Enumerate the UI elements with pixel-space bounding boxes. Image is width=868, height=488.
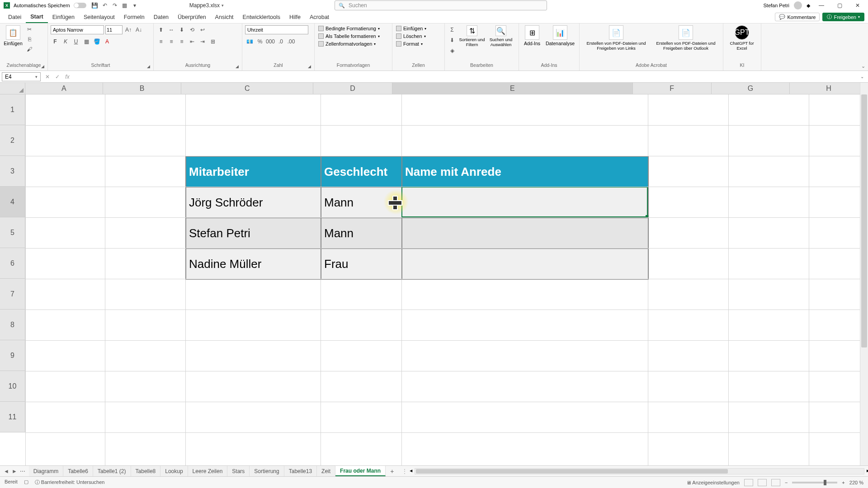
- ribbon-tab-formeln[interactable]: Formeln: [119, 11, 149, 23]
- qat-customize-icon[interactable]: ▾: [131, 2, 138, 9]
- decrease-font-icon[interactable]: A↓: [134, 25, 143, 34]
- sheet-tab[interactable]: Zeit: [317, 466, 335, 476]
- name-box-dropdown-icon[interactable]: ▾: [35, 75, 38, 79]
- accessibility-status[interactable]: ⓘ Barrierefreiheit: Untersuchen: [35, 479, 105, 486]
- macro-record-icon[interactable]: ▢: [24, 479, 28, 486]
- row-header-6[interactable]: 6: [0, 248, 25, 279]
- sheet-tab[interactable]: Tabelle6: [63, 466, 93, 476]
- font-select[interactable]: [51, 25, 104, 34]
- font-color-icon[interactable]: A: [103, 37, 112, 46]
- undo-icon[interactable]: ↶: [101, 2, 108, 9]
- clear-icon[interactable]: ◈: [448, 46, 457, 55]
- redo-icon[interactable]: ↷: [111, 2, 118, 9]
- ribbon-tab-entwicklertools[interactable]: Entwicklertools: [238, 11, 285, 23]
- addins-button[interactable]: ⊞ Add-Ins: [522, 25, 542, 46]
- table-cell[interactable]: Stefan Petri: [186, 218, 321, 249]
- find-select-button[interactable]: 🔍 Suchen und Auswählen: [487, 25, 514, 47]
- normal-view-icon[interactable]: [744, 479, 753, 486]
- sheet-tab[interactable]: Tabelle8: [131, 466, 161, 476]
- table-header[interactable]: Mitarbeiter: [186, 156, 321, 187]
- col-header-B[interactable]: B: [103, 83, 182, 94]
- row-header-4[interactable]: 4: [0, 187, 25, 217]
- table-cell[interactable]: [402, 249, 648, 279]
- sheet-nav-more-icon[interactable]: ⋯: [20, 468, 25, 474]
- page-layout-view-icon[interactable]: [758, 479, 767, 486]
- table-cell[interactable]: Jörg Schröder: [186, 187, 321, 218]
- align-top-icon[interactable]: ⬆: [156, 25, 165, 34]
- formula-input[interactable]: [74, 72, 858, 81]
- orientation-icon[interactable]: ⟲: [188, 25, 197, 34]
- underline-icon[interactable]: U: [71, 37, 80, 46]
- name-box[interactable]: E4 ▾: [2, 72, 41, 81]
- col-header-F[interactable]: F: [633, 83, 712, 94]
- format-cells-button[interactable]: Format▾: [395, 41, 424, 47]
- table-cell[interactable]: [402, 187, 648, 218]
- paste-button[interactable]: 📋 Einfügen: [3, 25, 24, 46]
- zoom-slider[interactable]: [792, 482, 837, 483]
- sheet-tab[interactable]: Stars: [227, 466, 250, 476]
- add-sheet-button[interactable]: +: [386, 468, 398, 475]
- increase-indent-icon[interactable]: ⇥: [198, 37, 207, 46]
- decrease-indent-icon[interactable]: ⇤: [188, 37, 197, 46]
- row-header-8[interactable]: 8: [0, 310, 25, 340]
- font-dialog-launcher[interactable]: ◢: [147, 64, 152, 70]
- insert-cells-button[interactable]: Einfügen▾: [395, 25, 427, 32]
- table-cell[interactable]: Frau: [321, 249, 402, 279]
- ribbon-tab-start[interactable]: Start: [26, 11, 47, 23]
- align-right-icon[interactable]: ≡: [177, 37, 186, 46]
- ribbon-tab-ansicht[interactable]: Ansicht: [211, 11, 238, 23]
- percent-icon[interactable]: %: [255, 37, 264, 46]
- align-left-icon[interactable]: ≡: [156, 37, 165, 46]
- fill-icon[interactable]: ⬇: [448, 36, 457, 45]
- comma-icon[interactable]: 000: [266, 37, 275, 46]
- ribbon-tab-datei[interactable]: Datei: [4, 11, 26, 23]
- horizontal-scrollbar[interactable]: ◄ ►: [415, 468, 864, 474]
- merge-icon[interactable]: ⊞: [208, 37, 217, 46]
- format-as-table-button[interactable]: Als Tabelle formatieren▾: [317, 33, 381, 39]
- display-settings-button[interactable]: 🖥 Anzeigeeinstellungen: [686, 480, 740, 485]
- vscroll-thumb[interactable]: [861, 94, 867, 347]
- row-header-10[interactable]: 10: [0, 371, 25, 402]
- bold-icon[interactable]: F: [51, 37, 60, 46]
- chatgpt-button[interactable]: GPT ChatGPT for Excel: [726, 25, 758, 51]
- col-header-A[interactable]: A: [25, 83, 103, 94]
- sheet-tab[interactable]: Lookup: [160, 466, 188, 476]
- user-name[interactable]: Stefan Petri: [764, 3, 789, 8]
- comments-button[interactable]: 💬 Kommentare: [775, 13, 820, 21]
- pdf-outlook-button[interactable]: 📄 Erstellen von PDF-Dateien und Freigebe…: [652, 25, 720, 51]
- cell-styles-button[interactable]: Zellenformatvorlagen▾: [317, 41, 377, 47]
- table-cell[interactable]: [402, 218, 648, 249]
- number-format-select[interactable]: [245, 25, 308, 34]
- ribbon-tab-einfügen[interactable]: Einfügen: [48, 11, 79, 23]
- ribbon-tab-acrobat[interactable]: Acrobat: [305, 11, 334, 23]
- sheet-tab[interactable]: Sortierung: [250, 466, 284, 476]
- table-cell[interactable]: Mann: [321, 187, 402, 218]
- currency-icon[interactable]: 💶: [245, 37, 254, 46]
- filename[interactable]: Mappe3.xlsx: [189, 2, 220, 9]
- row-header-3[interactable]: 3: [0, 156, 25, 187]
- maximize-button[interactable]: ▢: [833, 2, 846, 9]
- table-header[interactable]: Name mit Anrede: [402, 156, 648, 187]
- user-avatar[interactable]: [794, 1, 802, 9]
- collapse-ribbon-icon[interactable]: ⌄: [861, 63, 865, 69]
- cut-icon[interactable]: ✂: [25, 25, 33, 33]
- ribbon-tab-seitenlayout[interactable]: Seitenlayout: [79, 11, 119, 23]
- autosum-icon[interactable]: Σ: [448, 25, 457, 34]
- data-analysis-button[interactable]: 📊 Datenanalyse: [544, 25, 576, 46]
- row-header-9[interactable]: 9: [0, 340, 25, 371]
- sheet-tab[interactable]: Frau oder Mann: [335, 466, 386, 476]
- row-header-7[interactable]: 7: [0, 279, 25, 310]
- alignment-dialog-launcher[interactable]: ◢: [236, 64, 241, 70]
- vertical-scrollbar[interactable]: [860, 83, 868, 465]
- col-header-C[interactable]: C: [181, 83, 313, 94]
- clipboard-dialog-launcher[interactable]: ◢: [41, 64, 47, 70]
- increase-decimal-icon[interactable]: .00: [287, 37, 296, 46]
- format-painter-icon[interactable]: 🖌: [25, 45, 33, 53]
- camera-icon[interactable]: ▦: [121, 2, 128, 9]
- align-bottom-icon[interactable]: ⬇: [177, 25, 186, 34]
- conditional-formatting-button[interactable]: Bedingte Formatierung▾: [317, 25, 381, 32]
- fill-color-icon[interactable]: 🪣: [92, 37, 101, 46]
- italic-icon[interactable]: K: [61, 37, 70, 46]
- select-all-button[interactable]: [0, 83, 25, 94]
- pdf-links-button[interactable]: 📄 Erstellen von PDF-Dateien und Freigebe…: [582, 25, 650, 51]
